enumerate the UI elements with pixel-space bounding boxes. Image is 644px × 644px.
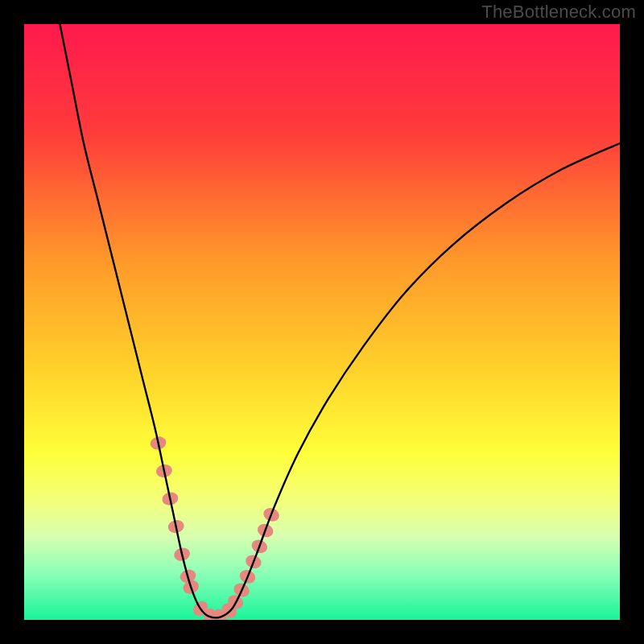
plot-area (24, 24, 620, 620)
outer-frame: TheBottleneck.com (0, 0, 644, 644)
chart-svg (24, 24, 620, 620)
watermark-text: TheBottleneck.com (481, 2, 636, 23)
gradient-background (24, 24, 620, 620)
